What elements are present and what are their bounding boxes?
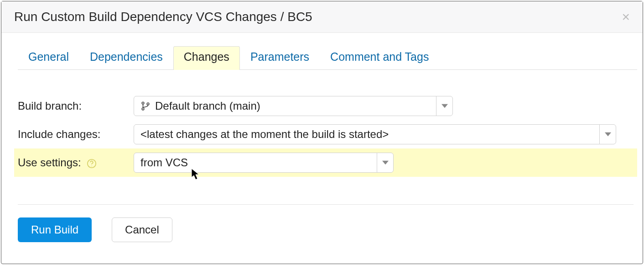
select-include-changes-value: <latest changes at the moment the build … (134, 125, 599, 144)
tab-dependencies[interactable]: Dependencies (79, 46, 173, 70)
row-include-changes: Include changes: <latest changes at the … (14, 120, 637, 148)
tab-changes[interactable]: Changes (173, 46, 240, 70)
run-build-button[interactable]: Run Build (18, 217, 92, 242)
chevron-down-icon[interactable] (436, 96, 452, 116)
cancel-button[interactable]: Cancel (112, 217, 172, 242)
chevron-down-icon[interactable] (377, 153, 393, 172)
svg-point-4 (92, 165, 92, 166)
dialog-body: General Dependencies Changes Parameters … (1, 33, 643, 264)
dialog-footer: Run Build Cancel (18, 204, 634, 254)
chevron-down-icon[interactable] (599, 125, 616, 144)
select-build-branch[interactable]: Default branch (main) (134, 96, 453, 116)
tab-general[interactable]: General (18, 46, 79, 70)
run-build-dialog: Run Custom Build Dependency VCS Changes … (1, 1, 643, 264)
svg-point-0 (142, 102, 144, 104)
label-use-settings: Use settings: (18, 156, 134, 169)
dialog-header: Run Custom Build Dependency VCS Changes … (1, 1, 643, 33)
branch-icon (140, 101, 151, 111)
dialog-title: Run Custom Build Dependency VCS Changes … (14, 10, 312, 24)
select-use-settings[interactable]: from VCS (134, 153, 394, 173)
label-build-branch: Build branch: (18, 100, 134, 112)
tab-bar: General Dependencies Changes Parameters … (18, 46, 637, 70)
svg-point-2 (147, 103, 149, 105)
label-use-settings-text: Use settings: (18, 156, 81, 169)
select-include-changes[interactable]: <latest changes at the moment the build … (134, 124, 616, 144)
close-icon[interactable]: × (622, 10, 630, 24)
row-build-branch: Build branch: Default branch (main) (14, 92, 637, 120)
row-use-settings: Use settings: from VCS (14, 148, 637, 177)
help-icon[interactable] (87, 159, 97, 169)
label-include-changes: Include changes: (18, 128, 134, 141)
tab-comment-tags[interactable]: Comment and Tags (320, 46, 439, 70)
select-build-branch-value: Default branch (main) (134, 96, 436, 116)
svg-point-1 (142, 108, 144, 110)
tab-parameters[interactable]: Parameters (240, 46, 320, 70)
select-use-settings-value: from VCS (134, 153, 377, 172)
branch-text: Default branch (main) (155, 100, 260, 112)
